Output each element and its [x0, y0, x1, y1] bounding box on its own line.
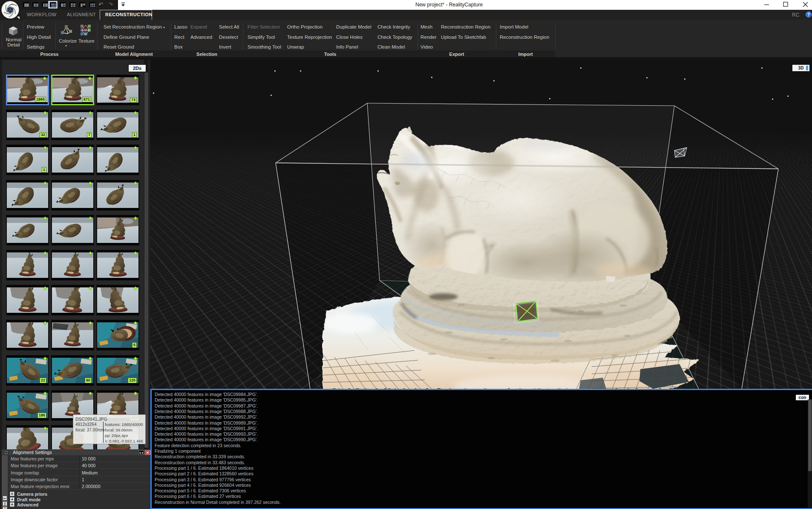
settings-row[interactable]: Max feature reprojection error 2.000000	[8, 483, 150, 490]
setting-value[interactable]: 10 000	[82, 456, 95, 461]
photo-thumbnail[interactable]	[6, 285, 49, 315]
setting-value[interactable]: Medium	[82, 470, 98, 475]
model-alignment-reset-ground[interactable]: Reset Ground	[104, 44, 134, 49]
texture-button[interactable]: Texture	[78, 38, 95, 43]
photo-thumbnail[interactable]	[51, 285, 94, 315]
setting-value[interactable]: 1	[82, 477, 84, 482]
tools-simplify-tool[interactable]: Simplify Tool	[248, 35, 275, 40]
photo-thumbnail[interactable]: 671	[51, 75, 94, 105]
import-import-model[interactable]: Import Model	[500, 24, 528, 29]
settings-row[interactable]: Image downscale factor 1	[8, 476, 150, 483]
process-high-detail[interactable]: High Detail	[27, 35, 51, 40]
photo-thumbnail[interactable]	[6, 250, 49, 281]
layout-one-plus-bottom-icon[interactable]	[50, 2, 56, 7]
tools-duplicate-model[interactable]: Duplicate Model	[336, 24, 371, 29]
selection-box[interactable]: Box	[174, 44, 183, 49]
photo-thumbnail[interactable]: 7	[51, 110, 94, 140]
minimize-button[interactable]	[758, 0, 771, 9]
panel-tab-console[interactable]: con	[796, 395, 809, 400]
load-settings-icon[interactable]: ↧	[3, 506, 7, 509]
undo-icon[interactable]: ↶	[98, 2, 104, 7]
tab-reconstruction[interactable]: RECONSTRUCTION	[105, 10, 153, 20]
close-button[interactable]	[798, 0, 811, 9]
photo-thumbnail[interactable]: 195	[6, 390, 49, 421]
import-reconstruction-region[interactable]: Reconstruction Region	[500, 35, 549, 40]
save-settings-icon[interactable]: ↥	[3, 501, 7, 506]
tools-texture-reprojection[interactable]: Texture Reprojection	[287, 35, 332, 40]
tab-alignment[interactable]: ALIGNMENT	[67, 10, 96, 20]
settings-row[interactable]: Image overlap Medium	[8, 469, 150, 476]
selection-deselect[interactable]: Deselect	[219, 35, 238, 40]
photo-thumbnail[interactable]: 22	[6, 355, 49, 386]
expand-plus-icon[interactable]: +	[10, 497, 14, 502]
reset-settings-icon[interactable]: ↩	[3, 496, 7, 500]
colorize-icon[interactable]	[60, 24, 73, 36]
rc-account-badge[interactable]: RC	[792, 12, 799, 18]
normal-detail-cube-icon[interactable]	[8, 26, 18, 36]
console-panel[interactable]: Detected 40000 features in image 'DSC099…	[150, 389, 812, 509]
process-preview[interactable]: Preview	[27, 24, 44, 29]
console-scrollbar-thumb[interactable]	[808, 399, 812, 471]
photo-thumbnail[interactable]	[51, 250, 94, 281]
layout-grid-six-icon[interactable]	[89, 2, 95, 7]
photo-thumbnail[interactable]	[6, 320, 49, 350]
selection-rect[interactable]: Rect	[174, 35, 184, 40]
model-alignment-define-ground-plane[interactable]: Define Ground Plane	[104, 35, 149, 40]
redo-icon[interactable]: ↷	[107, 2, 114, 7]
photo-thumbnail[interactable]	[6, 180, 49, 211]
tools-ortho-projection[interactable]: Ortho Projection	[287, 24, 322, 29]
export-render[interactable]: Render	[420, 35, 437, 40]
photo-thumbnail[interactable]: 32	[6, 110, 49, 140]
selection-select-all[interactable]: Select All	[219, 24, 239, 29]
tools-info-panel[interactable]: Info Panel	[336, 44, 358, 49]
qat-customize-icon[interactable]	[121, 3, 126, 7]
expand-plus-icon[interactable]: +	[10, 502, 14, 507]
photo-thumbnail[interactable]	[96, 180, 139, 211]
setting-value[interactable]: 40 000	[82, 463, 95, 468]
layout-two-columns-icon[interactable]	[42, 2, 48, 7]
process-settings[interactable]: Settings	[27, 44, 45, 49]
layout-left-plus-two-icon[interactable]	[60, 2, 66, 7]
settings-header[interactable]: − Alignment Settings ✕	[2, 449, 150, 455]
tools-unwrap[interactable]: Unwrap	[287, 44, 304, 49]
scrollbar-thumb[interactable]	[144, 72, 148, 448]
layout-single-icon[interactable]	[23, 2, 29, 7]
tools-check-topology[interactable]: Check Topology	[377, 35, 412, 40]
photo-thumbnail[interactable]	[96, 285, 139, 315]
tab-workflow[interactable]: WORKFLOW	[27, 10, 57, 20]
texture-icon[interactable]	[80, 24, 92, 36]
selection-advanced[interactable]: Advanced	[190, 35, 212, 40]
tools-smoothing-tool[interactable]: Smoothing Tool	[248, 44, 281, 49]
tools-close-holes[interactable]: Close Holes	[336, 35, 363, 40]
photo-thumbnail[interactable]: 1	[96, 110, 139, 140]
photo-thumbnail[interactable]	[6, 215, 49, 246]
settings-row[interactable]: Max features per mpx 10 000	[8, 455, 150, 462]
panel-tab-2ds[interactable]: 2Ds	[129, 65, 146, 72]
dock-icon[interactable]	[138, 450, 144, 455]
selection-lasso[interactable]: Lasso	[174, 24, 187, 29]
viewport-3d[interactable]: 3D	[150, 60, 812, 389]
help-icon[interactable]: ?	[806, 12, 812, 17]
photo-thumbnail[interactable]	[96, 145, 139, 175]
settings-group[interactable]: +Draft mode	[8, 497, 148, 503]
maximize-button[interactable]	[779, 0, 792, 9]
photo-thumbnail[interactable]: 1865	[6, 75, 49, 105]
photo-thumbnail[interactable]	[51, 180, 94, 211]
photo-thumbnail[interactable]	[96, 250, 139, 281]
collapse-icon[interactable]: −	[4, 450, 9, 455]
photo-thumbnail[interactable]	[51, 145, 94, 175]
export-reconstruction-region[interactable]: Reconstruction Region	[441, 24, 490, 29]
colorize-chevron-icon[interactable]: ▾	[65, 44, 67, 48]
tools-clean-model[interactable]: Clean Model	[377, 44, 405, 49]
photo-thumbnail[interactable]	[51, 215, 94, 246]
tools-filter-selection[interactable]: Filter Selection	[248, 24, 280, 29]
photo-thumbnail[interactable]: 5	[96, 320, 139, 350]
viewport-tab-3d[interactable]: 3D	[792, 65, 809, 71]
photo-thumbnail[interactable]: 60	[51, 355, 94, 386]
export-video[interactable]: Video	[420, 44, 433, 49]
layout-two-plus-corner-icon[interactable]	[79, 2, 86, 7]
tools-check-integrity[interactable]: Check Integrity	[377, 24, 410, 29]
console-scrollbar[interactable]	[808, 399, 812, 508]
layout-four-panes-icon[interactable]	[69, 2, 76, 7]
photo-thumbnail[interactable]	[96, 215, 139, 246]
